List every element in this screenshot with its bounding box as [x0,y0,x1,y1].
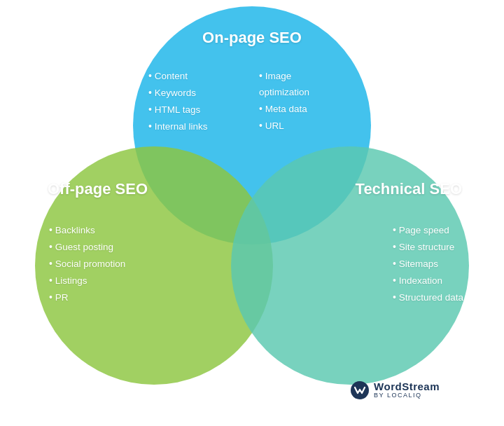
list-item: Page speed [393,222,463,239]
wordstream-logo: WordStream by LOCALIQ [350,380,440,400]
list-item: Site structure [393,239,463,256]
list-item: Structured data [393,289,463,306]
list-item: Content [148,68,208,85]
list-item: Internal links [148,118,208,135]
technical-seo-label: Technical SEO [356,180,462,198]
wordstream-text: WordStream by LOCALIQ [374,381,440,399]
list-item: Meta data [259,101,309,118]
list-item: Keywords [148,85,208,102]
wordstream-icon [350,380,370,400]
list-item: Indexation [393,273,463,289]
list-item: Social promotion [49,256,125,273]
list-item: Listings [49,273,125,289]
on-page-items-right: Imageoptimization Meta data URL [259,68,309,135]
on-page-items-left: Content Keywords HTML tags Internal link… [148,68,208,135]
technical-seo-items: Page speed Site structure Sitemaps Index… [393,222,463,306]
list-item: URL [259,118,309,135]
list-item: PR [49,289,125,306]
list-item: HTML tags [148,102,208,118]
wordstream-name: WordStream [374,381,440,393]
wordstream-sub: by LOCALIQ [374,392,440,399]
list-item: Backlinks [49,222,125,239]
list-item: Guest posting [49,239,125,256]
on-page-seo-label: On-page SEO [202,29,302,47]
venn-diagram: On-page SEO Off-page SEO Technical SEO C… [14,6,490,420]
off-page-items: Backlinks Guest posting Social promotion… [49,222,125,306]
off-page-seo-label: Off-page SEO [48,180,148,198]
list-item: Imageoptimization [259,68,309,101]
list-item: Sitemaps [393,256,463,273]
